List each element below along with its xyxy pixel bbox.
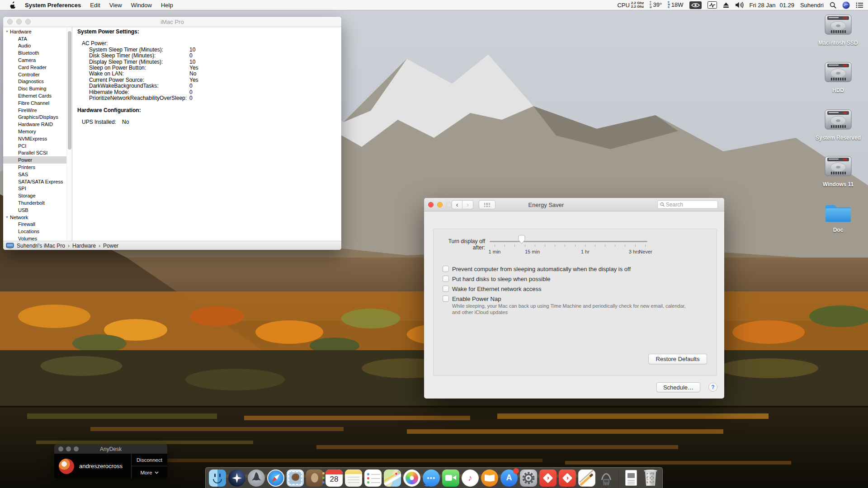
user-menu[interactable]: Suhendri [800, 2, 824, 9]
dock-photos[interactable] [403, 469, 420, 487]
close-button[interactable] [58, 446, 63, 451]
siri-menu[interactable] [842, 1, 850, 9]
temperature-widget[interactable]: TEM 39° [650, 1, 662, 9]
more-button[interactable]: More [132, 466, 167, 479]
notification-center-menu[interactable] [856, 2, 863, 8]
desktop-icon-system-reserved[interactable]: System Reserved [812, 108, 864, 141]
close-button[interactable] [428, 202, 434, 207]
scrollbar-thumb[interactable] [68, 31, 71, 150]
sidebar-item-bluetooth[interactable]: Bluetooth [3, 49, 72, 56]
search-field[interactable] [657, 200, 718, 209]
checkbox[interactable] [443, 276, 449, 282]
show-all-button[interactable] [479, 200, 495, 209]
menu-view[interactable]: View [105, 0, 127, 10]
sidebar-item-ata[interactable]: ATA [3, 35, 72, 42]
desktop-icon-windows-11[interactable]: Windows 11 [812, 154, 864, 188]
sidebar-item-hardware-raid[interactable]: Hardware RAID [3, 121, 72, 128]
desktop-icon-macintosh-ssd[interactable]: Macintosh SSD [812, 13, 864, 46]
sidebar-item-graphics-displays[interactable]: Graphics/Displays [3, 114, 72, 121]
sidebar-item-power[interactable]: Power [3, 156, 72, 164]
dock-itunes[interactable]: ♪ [462, 469, 479, 487]
dock-siri[interactable] [228, 469, 245, 487]
menu-window[interactable]: Window [127, 0, 156, 10]
anydesk-titlebar[interactable]: AnyDesk [54, 444, 167, 454]
dock-contacts[interactable] [306, 469, 323, 487]
sidebar-section-hardware[interactable]: ▼Hardware [3, 28, 72, 35]
menu-system-preferences[interactable]: System Preferences [20, 0, 85, 10]
dock-reminders[interactable] [364, 469, 382, 487]
sidebar-scrollbar[interactable] [66, 28, 72, 240]
sidebar-item-nvmexpress[interactable]: NVMExpress [3, 135, 72, 142]
dock-system-preferences[interactable] [520, 469, 537, 487]
breadcrumb-segment[interactable]: Power [103, 243, 118, 249]
dock-mail[interactable] [287, 469, 304, 487]
dock-safari[interactable] [267, 469, 284, 487]
breadcrumb-segment[interactable]: Suhendri's iMac Pro [17, 243, 65, 249]
sidebar-item-thunderbolt[interactable]: Thunderbolt [3, 199, 72, 206]
minimize-button[interactable] [66, 446, 71, 451]
dock-trash[interactable] [642, 469, 659, 487]
dock-system-information[interactable] [598, 469, 615, 487]
menu-edit[interactable]: Edit [85, 0, 104, 10]
dock-launchpad[interactable] [248, 469, 265, 487]
zoom-button[interactable] [25, 19, 31, 24]
checkbox[interactable] [443, 266, 449, 272]
desktop-icon-doc[interactable]: Doc [812, 201, 864, 233]
power-widget[interactable]: PWR 18W [668, 1, 683, 9]
slider-thumb[interactable] [518, 235, 525, 244]
restore-defaults-button[interactable]: Restore Defaults [648, 354, 707, 364]
dock-document[interactable] [623, 469, 640, 487]
sidebar-item-printers[interactable]: Printers [3, 164, 72, 171]
dock-finder[interactable] [209, 469, 226, 487]
search-input[interactable] [666, 202, 715, 208]
system-information-titlebar[interactable]: iMac Pro [3, 17, 341, 27]
sidebar-item-diagnostics[interactable]: Diagnostics [3, 78, 72, 85]
breadcrumb-segment[interactable]: Hardware [72, 243, 96, 249]
dock-facetime[interactable] [442, 469, 459, 487]
dock-app-store[interactable]: A [500, 469, 518, 487]
checkbox[interactable] [443, 296, 449, 302]
sidebar-item-spi[interactable]: SPI [3, 185, 72, 192]
zoom-button[interactable] [74, 446, 79, 451]
minimize-button[interactable] [437, 202, 443, 207]
sidebar-item-camera[interactable]: Camera [3, 56, 72, 64]
dock-notes[interactable] [345, 469, 362, 487]
clock-menu[interactable]: Fri 28 Jan 01.29 [750, 2, 794, 9]
sidebar-item-card-reader[interactable]: Card Reader [3, 64, 72, 71]
dock-anydesk-2[interactable]: › [559, 469, 576, 487]
minimize-button[interactable] [16, 19, 22, 24]
sidebar-item-memory[interactable]: Memory [3, 128, 72, 135]
spotlight-menu[interactable] [830, 2, 836, 9]
energy-saver-titlebar[interactable]: ‹ › Energy Saver [424, 198, 724, 211]
volume-menu[interactable] [735, 2, 744, 8]
sidebar-item-pci[interactable]: PCI [3, 142, 72, 150]
dock-books[interactable] [481, 469, 498, 487]
apple-menu[interactable] [5, 1, 20, 9]
sidebar-item-volumes[interactable]: Volumes [3, 235, 72, 241]
dock-anydesk[interactable]: › [539, 469, 557, 487]
sidebar-item-sata-sata-express[interactable]: SATA/SATA Express [3, 178, 72, 185]
dock-maps[interactable] [384, 469, 401, 487]
help-button[interactable]: ? [708, 383, 717, 392]
back-button[interactable]: ‹ [452, 200, 462, 209]
sidebar-item-audio[interactable]: Audio [3, 42, 72, 50]
checkbox[interactable] [443, 286, 449, 292]
schedule-button[interactable]: Schedule… [656, 382, 700, 392]
sidebar-item-firewall[interactable]: Firewall [3, 221, 72, 228]
close-button[interactable] [7, 19, 13, 24]
dock-pages[interactable] [578, 469, 595, 487]
sidebar-item-ethernet-cards[interactable]: Ethernet Cards [3, 92, 72, 99]
zoom-button[interactable] [446, 202, 452, 207]
sidebar-section-network[interactable]: ▼Network [3, 214, 72, 221]
sidebar-item-controller[interactable]: Controller [3, 71, 72, 78]
sidebar-item-locations[interactable]: Locations [3, 228, 72, 235]
sidebar-item-fibre-channel[interactable]: Fibre Channel [3, 99, 72, 107]
menu-help[interactable]: Help [156, 0, 178, 10]
sidebar-item-sas[interactable]: SAS [3, 171, 72, 178]
gpu-menu[interactable] [689, 1, 702, 9]
cpu-status-widget[interactable]: CPU 2.2 Ghz 2.2 Ghz [617, 1, 644, 9]
dock-messages[interactable]: ••• [423, 469, 440, 487]
dock-calendar[interactable]: 28 [326, 469, 343, 487]
disconnect-button[interactable]: Disconnect [132, 454, 167, 466]
activity-menu[interactable] [708, 1, 717, 9]
